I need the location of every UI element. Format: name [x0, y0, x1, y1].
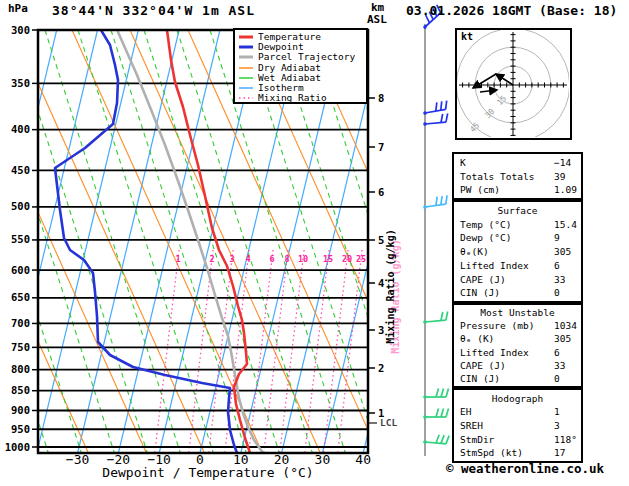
pressure-tick-label: 700: [11, 317, 30, 329]
table-row-label: StmDir: [460, 434, 494, 445]
pressure-tick-label: 900: [11, 404, 30, 416]
hodograph-table: HodographEH1SREH3StmDir118°StmSpd (kt)17: [452, 388, 583, 463]
mixing-ratio-value-label: 15: [323, 254, 333, 264]
mixing-ratio-value-label: 20: [342, 254, 352, 264]
pressure-axis-unit: hPa: [8, 2, 28, 15]
wind-barb: [423, 433, 449, 445]
table-row-label: CAPE (J): [460, 274, 506, 285]
legend-item-label: Mixing Ratio: [258, 93, 327, 103]
table-row-value: 6: [554, 347, 560, 358]
table-row: Lifted Index6: [454, 260, 581, 271]
table-row-value: 0: [554, 373, 560, 384]
pressure-tick-label: 450: [11, 164, 30, 176]
table-row-value: 305: [554, 246, 571, 257]
table-row: K−14: [454, 157, 581, 168]
table-row-value: −14: [554, 157, 571, 168]
surface-table: SurfaceTemp (°C)15.4Dewp (°C)9θₑ(K)305Li…: [452, 200, 583, 303]
altitude-axis-unit-2: ASL: [367, 13, 387, 26]
pressure-tick-label: 500: [11, 200, 30, 212]
table-row-label: Lifted Index: [460, 260, 529, 271]
table-row-label: θₑ(K): [460, 246, 489, 257]
dry-adiabat-line: [14, 30, 204, 453]
pressure-tick-label: 800: [11, 363, 30, 375]
table-row-value: 6: [554, 260, 560, 271]
table-section-title: Most Unstable: [454, 307, 581, 318]
table-row-label: CIN (J): [460, 373, 500, 384]
table-section-title: Surface: [454, 205, 581, 216]
table-row-label: Totals Totals: [460, 171, 534, 182]
wind-barb: [423, 409, 448, 419]
table-row-label: Dewp (°C): [460, 232, 511, 243]
table-row-value: 17: [554, 447, 565, 458]
hodograph-trace-segment: [496, 74, 513, 85]
km-tick-label: 2: [378, 362, 384, 374]
legend-line-sample: [239, 44, 253, 50]
table-row: PW (cm)1.09: [454, 184, 581, 195]
hodograph-panel: 153045: [455, 28, 572, 140]
table-row-label: Pressure (mb): [460, 320, 534, 331]
mixing-ratio-axis-label: Mixing Ratio (g/kg): [385, 207, 396, 367]
wind-barb-dot: [423, 395, 427, 399]
wind-barb: [422, 195, 448, 209]
table-row: Dewp (°C)9: [454, 232, 581, 243]
mixing-ratio-value-label: 10: [298, 254, 308, 264]
pressure-tick-label: 750: [11, 341, 30, 353]
pressure-tick-label: 650: [11, 291, 30, 303]
legend-line-sample: [239, 34, 253, 40]
km-tick-label: 4: [378, 277, 384, 289]
table-row-label: StmSpd (kt): [460, 447, 523, 458]
wind-barb-dot: [423, 122, 427, 126]
table-row: θₑ(K)305: [454, 246, 581, 257]
pressure-tick-label: 300: [11, 24, 30, 36]
table-row: Pressure (mb)1034: [454, 320, 581, 331]
hodograph-trace-segment: [480, 90, 497, 92]
legend-line-sample: [239, 75, 253, 81]
table-row-label: SREH: [460, 420, 483, 431]
indices-table: K−14Totals Totals39PW (cm)1.09: [452, 152, 583, 200]
km-tick-label: 5: [378, 234, 384, 246]
skewt-sounding-page: { "header": { "pressure_unit": "hPa", "t…: [0, 0, 629, 486]
pressure-tick-label: 550: [11, 233, 30, 245]
table-row-value: 0: [554, 287, 560, 298]
credit: © weatheronline.co.uk: [446, 461, 604, 476]
lcl-label: LCL: [380, 417, 397, 428]
wind-barb-dot: [423, 320, 427, 324]
table-row-label: PW (cm): [460, 184, 500, 195]
mixing-ratio-value-label: 25: [356, 254, 366, 264]
wind-barb-dot: [423, 440, 427, 444]
pressure-tick-label: 350: [11, 77, 30, 89]
station-title: 38°44'N 332°04'W 1m ASL: [52, 3, 255, 18]
mixing-ratio-value-label: 6: [269, 254, 274, 264]
pressure-tick-label: 1000: [5, 441, 30, 453]
table-section-title: Hodograph: [454, 393, 581, 404]
wet-adiabat-line: [12, 30, 147, 453]
legend-line-sample: [239, 95, 253, 101]
isotherm-line: [37, 30, 139, 453]
table-row-label: θₑ (K): [460, 333, 494, 344]
table-row: CIN (J)0: [454, 373, 581, 384]
mixing-ratio-value-label: 2: [209, 254, 214, 264]
table-row-value: 3: [554, 420, 560, 431]
km-tick-label: 7: [378, 141, 384, 153]
table-row-value: 33: [554, 360, 565, 371]
table-row-value: 39: [554, 171, 565, 182]
km-tick-label: 6: [378, 186, 384, 198]
x-axis-label: Dewpoint / Temperature (°C): [58, 465, 358, 480]
table-row: Totals Totals39: [454, 171, 581, 182]
mixing-ratio-line: [264, 250, 288, 453]
wind-barb-dot: [423, 205, 427, 209]
table-row-label: Temp (°C): [460, 219, 511, 230]
table-row: SREH3: [454, 420, 581, 431]
table-row-value: 118°: [554, 434, 577, 445]
table-row: StmSpd (kt)17: [454, 447, 581, 458]
pressure-tick-label: 950: [11, 423, 30, 435]
hodograph-unit-label: kt: [461, 31, 473, 42]
wind-barb-dot: [423, 415, 427, 419]
wind-barb-dot: [423, 111, 427, 115]
mixing-ratio-line: [249, 250, 273, 453]
legend-line-sample: [239, 65, 253, 71]
table-row: CIN (J)0: [454, 287, 581, 298]
mixing-ratio-value-label: 8: [284, 254, 289, 264]
wind-barb: [422, 311, 448, 323]
table-row-label: Lifted Index: [460, 347, 529, 358]
